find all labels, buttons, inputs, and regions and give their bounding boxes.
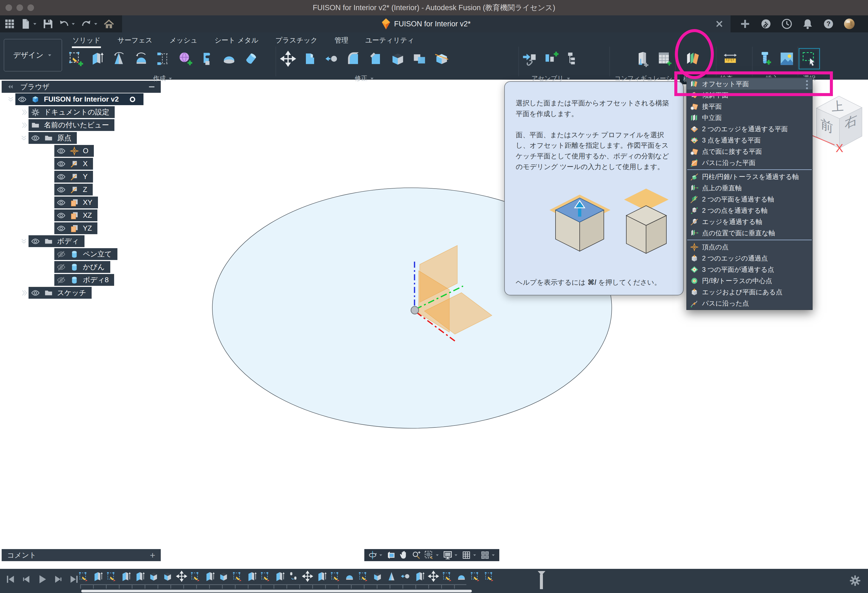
timeline-feature-21-sketch[interactable]	[358, 571, 369, 582]
skip-start-button[interactable]	[4, 573, 16, 585]
menu-item-2 つのエッジを通過する平面[interactable]: 2 つのエッジを通過する平面	[686, 123, 812, 135]
shell-button[interactable]	[390, 50, 406, 67]
menu-item-頂点の点[interactable]: 頂点の点	[686, 241, 812, 253]
clock-button[interactable]	[779, 17, 794, 31]
chevron-collapsed-icon[interactable]	[19, 108, 28, 117]
eye-on-icon[interactable]	[56, 172, 66, 182]
timeline-feature-15-extrude[interactable]	[274, 571, 285, 582]
browser-item-Z[interactable]: Z	[54, 184, 93, 195]
timeline-feature-12-sketch[interactable]	[232, 571, 244, 582]
extrude-button[interactable]	[89, 50, 106, 67]
timeline-feature-4-extrude[interactable]	[120, 571, 131, 582]
eye-on-icon[interactable]	[31, 288, 40, 297]
create-sketch-button[interactable]	[67, 50, 84, 67]
file-button[interactable]	[19, 17, 39, 31]
look-at-button[interactable]	[386, 550, 396, 560]
timeline-feature-7-shell[interactable]	[162, 571, 173, 582]
eye-on-icon[interactable]	[31, 237, 40, 246]
menu-item-点の位置で面に垂直な軸[interactable]: 点の位置で面に垂直な軸	[686, 227, 812, 238]
eye-on-icon[interactable]	[56, 224, 66, 233]
save-button[interactable]	[41, 17, 55, 31]
window-controls[interactable]	[6, 4, 34, 11]
menu-item-パスに沿った平面[interactable]: パスに沿った平面	[686, 157, 812, 168]
workspace-switcher[interactable]: デザイン	[4, 39, 62, 71]
comments-bar[interactable]: コメント +	[1, 549, 161, 561]
timeline-feature-22-shell[interactable]	[372, 571, 383, 582]
browser-item-FUISON for Interior v2[interactable]: FUISON for Interior v2	[15, 93, 143, 105]
help-button[interactable]: ?	[821, 17, 836, 31]
window-zoom-button[interactable]	[27, 4, 34, 11]
timeline-feature-10-extrude[interactable]	[204, 571, 216, 582]
primitive-sphere-button[interactable]	[221, 50, 237, 67]
timeline-feature-6-shell[interactable]	[148, 571, 159, 582]
chevron-expanded-icon[interactable]	[19, 237, 28, 246]
eye-off-icon[interactable]	[56, 250, 66, 259]
chevron-collapsed-icon[interactable]	[19, 288, 28, 297]
activate-component-badge[interactable]	[127, 94, 138, 105]
configure-button[interactable]	[635, 50, 651, 67]
avatar-button[interactable]	[842, 17, 856, 31]
orbit-button[interactable]	[368, 550, 384, 560]
eye-on-icon[interactable]	[18, 95, 27, 104]
menu-item-2 つのエッジの通過点[interactable]: 2 つのエッジの通過点	[686, 253, 812, 264]
move-button[interactable]	[280, 50, 296, 67]
browser-item-名前の付いたビュー[interactable]: 名前の付いたビュー	[28, 119, 114, 131]
menu-item-中立面[interactable]: 中立面	[686, 112, 812, 123]
browser-item-O[interactable]: O	[54, 145, 94, 157]
timeline-feature-3-sketch[interactable]	[106, 571, 117, 582]
chevron-collapsed-icon[interactable]	[19, 121, 28, 130]
chevron-expanded-icon[interactable]	[19, 133, 28, 143]
menu-item-点で面に接する平面[interactable]: 点で面に接する平面	[686, 146, 812, 157]
pan-button[interactable]	[399, 550, 409, 560]
browser-item-Y[interactable]: Y	[54, 171, 93, 183]
menu-item-円柱/円錐/トーラスを通過する軸[interactable]: 円柱/円錐/トーラスを通過する軸	[686, 171, 812, 182]
window-minimize-button[interactable]	[16, 4, 23, 11]
play-button[interactable]	[36, 573, 48, 585]
menu-item-3 点を通過する平面[interactable]: 3 点を通過する平面	[686, 135, 812, 146]
timeline-feature-29-sketch[interactable]	[469, 571, 481, 582]
browser-item-ペン立て[interactable]: ペン立て	[54, 248, 117, 260]
display-button[interactable]	[443, 550, 459, 560]
chevron-expanded-icon[interactable]	[6, 95, 15, 104]
insert-canvas-button[interactable]	[779, 50, 795, 67]
browser-item-XZ[interactable]: XZ	[54, 210, 97, 221]
menu-item-接平面[interactable]: 接平面	[686, 101, 812, 112]
eye-on-icon[interactable]	[31, 133, 40, 143]
redo-button[interactable]	[80, 17, 100, 31]
browser-item-X[interactable]: X	[54, 158, 93, 170]
browser-item-ボディ[interactable]: ボディ	[28, 235, 84, 247]
fit-button[interactable]	[424, 550, 440, 560]
timeline-feature-26-move[interactable]	[428, 571, 439, 582]
joint-button[interactable]	[543, 50, 559, 67]
eye-on-icon[interactable]	[56, 185, 66, 194]
timeline-feature-11-shell[interactable]	[218, 571, 229, 582]
group-label-修正[interactable]: 修正	[355, 74, 375, 83]
menu-item-3 つの平面が通過する点[interactable]: 3 つの平面が通過する点	[686, 264, 812, 275]
home-button[interactable]	[102, 17, 116, 31]
menu-item-エッジおよび平面にある点[interactable]: エッジおよび平面にある点	[686, 286, 812, 297]
viewports-button[interactable]	[480, 550, 496, 560]
timeline-feature-23-cone[interactable]	[386, 571, 397, 582]
revolve-button[interactable]	[111, 50, 128, 67]
timeline-feature-9-sketch[interactable]	[190, 571, 201, 582]
loft-button[interactable]	[155, 50, 171, 67]
timeline-feature-13-extrude[interactable]	[246, 571, 257, 582]
timeline-settings-gear-icon[interactable]	[849, 574, 861, 587]
timeline-feature-20-dome[interactable]	[344, 571, 355, 582]
menu-item-2 つの平面を通過する軸[interactable]: 2 つの平面を通過する軸	[686, 194, 812, 205]
timeline-feature-19-sketch[interactable]	[330, 571, 341, 582]
grid-display-button[interactable]	[461, 550, 477, 560]
timeline-feature-1-sketch[interactable]	[78, 571, 89, 582]
viewcube[interactable]: 上 前 右 X	[808, 91, 868, 157]
bell-button[interactable]	[800, 17, 815, 31]
tab-close-button[interactable]	[713, 18, 725, 30]
timeline-feature-17-move[interactable]	[302, 571, 313, 582]
menu-item-エッジを通過する軸[interactable]: エッジを通過する軸	[686, 216, 812, 227]
eye-on-icon[interactable]	[56, 146, 66, 156]
chamfer-button[interactable]	[368, 50, 384, 67]
group-label-作成[interactable]: 作成	[153, 74, 173, 83]
primitive-cylinder-button[interactable]	[243, 50, 259, 67]
component-list-button[interactable]	[565, 50, 582, 67]
timeline-scrollbar[interactable]	[81, 590, 472, 593]
menu-item-2 つの点を通過する軸[interactable]: 2 つの点を通過する軸	[686, 205, 812, 216]
